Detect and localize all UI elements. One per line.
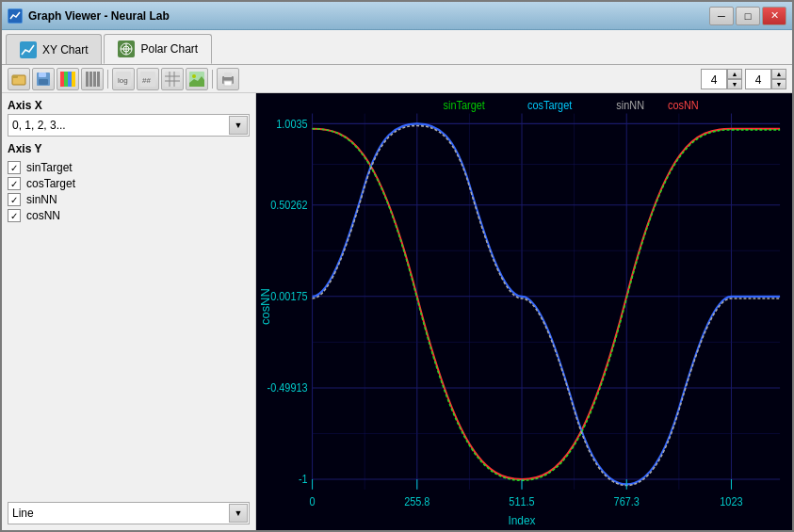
axis-y-label: Axis Y — [8, 142, 250, 155]
svg-text:cosNN: cosNN — [259, 288, 271, 325]
series-check-cosNN[interactable]: ✓ — [8, 209, 21, 222]
series-item-cosNN: ✓ cosNN — [8, 209, 250, 222]
svg-text:0.00175: 0.00175 — [270, 291, 307, 302]
title-controls: ─ □ ✕ — [709, 7, 786, 25]
series-list: ✓ sinTarget ✓ cosTarget ✓ sinNN ✓ cosNN — [8, 157, 250, 226]
series-label-cosTarget: cosTarget — [26, 177, 75, 190]
axis-x-section: Axis X 0, 1, 2, 3... ▼ — [8, 99, 250, 137]
title-bar: Graph Viewer - Neural Lab ─ □ ✕ — [2, 2, 792, 30]
svg-text:sinNN: sinNN — [616, 100, 644, 111]
spinner-1-down[interactable]: ▼ — [727, 79, 742, 89]
svg-text:0.50262: 0.50262 — [270, 200, 307, 211]
spinner-1-value[interactable]: 4 — [701, 69, 727, 89]
svg-rect-10 — [39, 73, 46, 77]
tool-print[interactable] — [217, 68, 239, 90]
main-content: Axis X 0, 1, 2, 3... ▼ Axis Y ✓ sinTarge… — [2, 93, 792, 530]
spinner-2-arrows: ▲ ▼ — [771, 69, 786, 89]
spinner-1-up[interactable]: ▲ — [727, 69, 742, 79]
svg-rect-19 — [97, 72, 100, 87]
toolbar-right: 4 ▲ ▼ 4 ▲ ▼ — [701, 69, 786, 89]
maximize-button[interactable]: □ — [736, 7, 760, 25]
toolbar-separator-1 — [107, 70, 108, 89]
series-label-sinTarget: sinTarget — [26, 161, 73, 174]
svg-rect-11 — [39, 79, 48, 85]
tool-save[interactable] — [32, 68, 55, 90]
svg-text:767.3: 767.3 — [614, 496, 640, 508]
axis-x-select-wrap: 0, 1, 2, 3... ▼ — [8, 114, 250, 137]
svg-rect-16 — [86, 72, 89, 87]
svg-text:cosTarget: cosTarget — [527, 100, 573, 111]
left-panel: Axis X 0, 1, 2, 3... ▼ Axis Y ✓ sinTarge… — [2, 93, 256, 530]
window-title: Graph Viewer - Neural Lab — [28, 9, 170, 23]
chart-type-wrap: Line ▼ — [8, 502, 250, 524]
svg-text:log: log — [118, 76, 128, 85]
tool-colors[interactable] — [57, 68, 79, 90]
svg-rect-18 — [93, 72, 96, 87]
svg-rect-33 — [224, 81, 232, 86]
tool-image[interactable] — [186, 68, 208, 90]
minimize-button[interactable]: ─ — [709, 7, 734, 25]
svg-text:Index: Index — [508, 513, 536, 527]
svg-text:##: ## — [142, 76, 151, 85]
svg-rect-12 — [60, 72, 64, 87]
series-item-cosTarget: ✓ cosTarget — [8, 177, 250, 190]
svg-text:sinTarget: sinTarget — [444, 100, 486, 111]
close-button[interactable]: ✕ — [762, 7, 786, 25]
series-check-sinNN[interactable]: ✓ — [8, 193, 21, 206]
chart-svg: 1.0035 0.50262 0.00175 -0.49913 -1 0 255… — [256, 93, 792, 530]
series-check-sinTarget[interactable]: ✓ — [8, 161, 21, 174]
svg-text:0: 0 — [310, 496, 316, 508]
tab-bar: XY Chart Polar Chart — [2, 30, 792, 65]
svg-text:cosNN: cosNN — [668, 100, 699, 111]
xy-chart-icon — [20, 41, 37, 58]
tab-polar-label: Polar Chart — [140, 42, 198, 56]
axis-y-section: Axis Y ✓ sinTarget ✓ cosTarget ✓ sinNN — [8, 142, 250, 226]
main-window: Graph Viewer - Neural Lab ─ □ ✕ XY Chart — [0, 0, 794, 532]
tab-polar-chart[interactable]: Polar Chart — [104, 34, 212, 64]
app-icon — [8, 8, 23, 24]
series-label-cosNN: cosNN — [26, 209, 60, 222]
svg-rect-13 — [64, 72, 68, 87]
svg-point-30 — [192, 74, 196, 78]
tool-grid[interactable] — [161, 68, 184, 90]
title-bar-left: Graph Viewer - Neural Lab — [8, 8, 170, 24]
svg-rect-34 — [256, 93, 792, 530]
svg-text:511.5: 511.5 — [509, 496, 534, 508]
svg-rect-14 — [68, 72, 72, 87]
tool-log[interactable]: log — [112, 68, 135, 90]
svg-rect-15 — [72, 72, 75, 87]
svg-text:1023: 1023 — [720, 496, 742, 508]
spinner-2-value[interactable]: 4 — [745, 69, 771, 89]
spinner-2-up[interactable]: ▲ — [771, 69, 786, 79]
series-label-sinNN: sinNN — [26, 193, 57, 206]
tab-xy-label: XY Chart — [42, 43, 88, 56]
svg-text:1.0035: 1.0035 — [276, 118, 307, 129]
tool-bars[interactable] — [81, 68, 104, 90]
spinner-1-arrows: ▲ ▼ — [727, 69, 742, 89]
series-check-cosTarget[interactable]: ✓ — [8, 177, 21, 190]
svg-rect-8 — [12, 75, 18, 78]
chart-area: 1.0035 0.50262 0.00175 -0.49913 -1 0 255… — [256, 93, 792, 530]
polar-chart-icon — [118, 40, 135, 57]
tool-grid-num[interactable]: ## — [137, 68, 159, 90]
series-item-sinTarget: ✓ sinTarget — [8, 161, 250, 174]
axis-x-select[interactable]: 0, 1, 2, 3... — [8, 114, 250, 137]
tool-open[interactable] — [8, 68, 30, 90]
svg-text:-1: -1 — [299, 474, 308, 485]
svg-text:255.8: 255.8 — [404, 496, 429, 508]
svg-rect-32 — [224, 73, 232, 77]
toolbar-separator-2 — [212, 70, 213, 89]
axis-x-label: Axis X — [8, 99, 250, 112]
series-item-sinNN: ✓ sinNN — [8, 193, 250, 206]
chart-type-select[interactable]: Line — [8, 502, 250, 524]
tab-xy-chart[interactable]: XY Chart — [6, 34, 102, 64]
toolbar: log ## 4 ▲ — [2, 65, 792, 93]
svg-rect-1 — [20, 41, 37, 58]
svg-rect-17 — [89, 72, 92, 87]
svg-text:-0.49913: -0.49913 — [267, 382, 308, 394]
spinner-2-down[interactable]: ▼ — [771, 79, 786, 89]
svg-rect-24 — [165, 72, 180, 87]
